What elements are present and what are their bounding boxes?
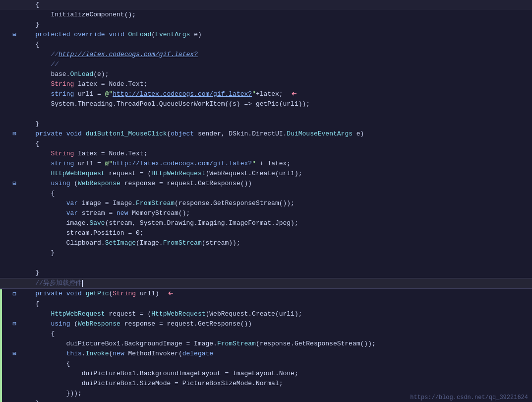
code-line: { xyxy=(0,329,532,339)
code-line: image.Save(stream, System.Drawing.Imagin… xyxy=(0,218,532,228)
code-area: { InitializeComponent(); }⊟ protected ov… xyxy=(0,0,532,402)
code-line: string url1 = @"http://latex.codecogs.co… xyxy=(0,159,532,169)
code-line: } xyxy=(0,20,532,30)
fold-icon[interactable]: ⊟ xyxy=(11,30,18,40)
line-content: { xyxy=(18,329,532,339)
code-line: ⊟ using (WebResponse response = request.… xyxy=(0,319,532,329)
line-content: duiPictureBox1.SizeMode = PictureBoxSize… xyxy=(18,379,532,389)
code-line: { xyxy=(0,139,532,149)
line-content: duiPictureBox1.BackgroundImage = Image.F… xyxy=(18,339,532,349)
line-content: private void duiButton1_MouseClick(objec… xyxy=(18,129,532,139)
line-content: { xyxy=(18,0,532,10)
line-content: { xyxy=(18,189,532,199)
code-line: { xyxy=(0,40,532,50)
line-content: } xyxy=(18,20,532,30)
code-line: InitializeComponent(); xyxy=(0,10,532,20)
code-line: ⊟ private void duiButton1_MouseClick(obj… xyxy=(0,129,532,139)
code-line: HttpWebRequest request = (HttpWebRequest… xyxy=(0,169,532,179)
line-content: String latex = Node.Text; xyxy=(18,79,532,89)
line-content: String latex = Node.Text; xyxy=(18,149,532,159)
code-line: stream.Position = 0; xyxy=(0,228,532,238)
code-line: string url1 = @"http://latex.codecogs.co… xyxy=(0,89,532,99)
line-content: { xyxy=(18,40,532,50)
code-line: { xyxy=(0,0,532,10)
line-content: InitializeComponent(); xyxy=(18,10,532,20)
code-line: HttpWebRequest request = (HttpWebRequest… xyxy=(0,309,532,319)
line-content: var image = Image.FromStream(response.Ge… xyxy=(18,199,532,208)
code-line: { xyxy=(0,299,532,309)
line-content: using (WebResponse response = request.Ge… xyxy=(18,179,532,189)
line-content xyxy=(18,258,532,268)
line-content: private void getPic(String url1) ➜ xyxy=(18,289,532,299)
code-line: // xyxy=(0,60,532,69)
code-line: } xyxy=(0,248,532,258)
code-line: { xyxy=(0,359,532,369)
line-content: string url1 = @"http://latex.codecogs.co… xyxy=(18,159,532,169)
line-content: } xyxy=(18,248,532,258)
code-line: ⊟ protected override void OnLoad(EventAr… xyxy=(0,30,532,40)
line-content: } xyxy=(18,119,532,129)
line-content xyxy=(18,109,532,119)
code-line: var stream = new MemoryStream(); xyxy=(0,208,532,218)
url-text: https://blog.csdn.net/qq_39221624 xyxy=(410,394,528,401)
line-content: { xyxy=(18,359,532,369)
line-content: this.Invoke(new MethodInvoker(delegate xyxy=(18,349,532,359)
status-bar: https://blog.csdn.net/qq_39221624 xyxy=(406,393,532,402)
code-line: } xyxy=(0,119,532,129)
line-content: // xyxy=(18,60,532,69)
code-line: String latex = Node.Text; xyxy=(0,79,532,89)
fold-icon[interactable]: ⊟ xyxy=(11,319,18,329)
code-line: duiPictureBox1.BackgroundImageLayout = I… xyxy=(0,369,532,379)
line-content: stream.Position = 0; xyxy=(18,228,532,238)
line-content: //http://latex.codecogs.com/gif.latex? xyxy=(18,50,532,60)
code-line: duiPictureBox1.BackgroundImage = Image.F… xyxy=(0,339,532,349)
code-line: { xyxy=(0,189,532,199)
code-line: ⊟ private void getPic(String url1) ➜ xyxy=(0,289,532,299)
code-line: //异步加载控件 xyxy=(0,278,532,289)
line-content: HttpWebRequest request = (HttpWebRequest… xyxy=(18,169,532,179)
code-line xyxy=(0,258,532,268)
line-content: } xyxy=(18,268,532,278)
line-content: Clipboard.SetImage(Image.FromStream(stre… xyxy=(18,238,532,248)
line-content: string url1 = @"http://latex.codecogs.co… xyxy=(18,89,532,99)
code-line: String latex = Node.Text; xyxy=(0,149,532,159)
code-line: Clipboard.SetImage(Image.FromStream(stre… xyxy=(0,238,532,248)
line-content: using (WebResponse response = request.Ge… xyxy=(18,319,532,329)
code-line: System.Threading.ThreadPool.QueueUserWor… xyxy=(0,99,532,109)
line-content: base.OnLoad(e); xyxy=(18,69,532,79)
code-line xyxy=(0,109,532,119)
line-content: { xyxy=(18,139,532,149)
line-content: HttpWebRequest request = (HttpWebRequest… xyxy=(18,309,532,319)
fold-icon[interactable]: ⊟ xyxy=(11,179,18,189)
line-content: image.Save(stream, System.Drawing.Imagin… xyxy=(18,218,532,228)
line-content: //异步加载控件 xyxy=(18,278,532,288)
fold-icon[interactable]: ⊟ xyxy=(11,129,18,139)
code-line: //http://latex.codecogs.com/gif.latex? xyxy=(0,50,532,60)
fold-icon[interactable]: ⊟ xyxy=(11,349,18,359)
line-content: System.Threading.ThreadPool.QueueUserWor… xyxy=(18,99,532,109)
code-line: ⊟ this.Invoke(new MethodInvoker(delegate xyxy=(0,349,532,359)
line-content: duiPictureBox1.BackgroundImageLayout = I… xyxy=(18,369,532,379)
code-line: base.OnLoad(e); xyxy=(0,69,532,79)
code-editor: { InitializeComponent(); }⊟ protected ov… xyxy=(0,0,532,402)
fold-icon[interactable]: ⊟ xyxy=(11,289,18,299)
code-line: ⊟ using (WebResponse response = request.… xyxy=(0,179,532,189)
line-content: var stream = new MemoryStream(); xyxy=(18,208,532,218)
line-content: protected override void OnLoad(EventArgs… xyxy=(18,30,532,40)
code-line: var image = Image.FromStream(response.Ge… xyxy=(0,199,532,208)
code-line: duiPictureBox1.SizeMode = PictureBoxSize… xyxy=(0,379,532,389)
line-content: { xyxy=(18,299,532,309)
code-line: } xyxy=(0,268,532,278)
